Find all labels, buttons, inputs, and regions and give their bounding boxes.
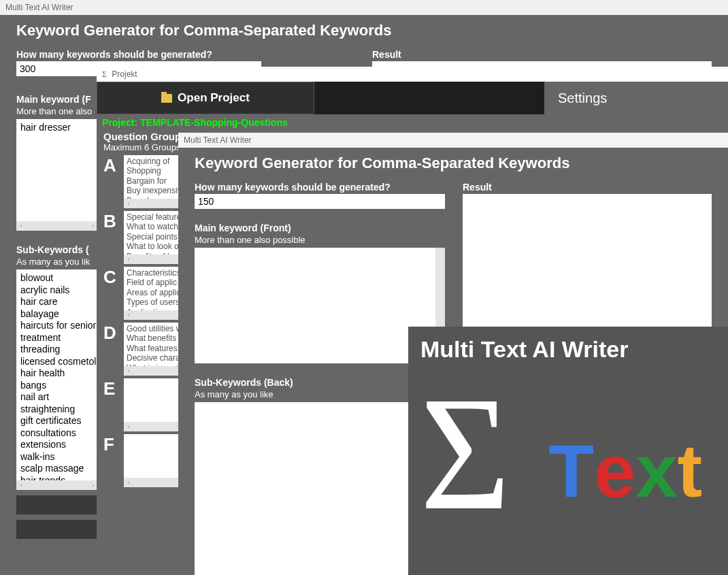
list-item: balayage <box>20 308 94 321</box>
list-item: hair dresser <box>199 250 434 263</box>
count-label: How many keywords should be generated? <box>195 182 445 193</box>
titlebar: Σ Projekt <box>97 67 728 82</box>
list-item: bangs <box>20 380 94 392</box>
list-item: hairstylist, braiding <box>467 292 708 304</box>
page-heading: Keyword Generator for Comma-Separated Ke… <box>16 22 712 39</box>
list-item: braiding <box>199 500 441 512</box>
list-item: nail art <box>199 441 441 453</box>
list-item: hairstylist, men's haircut <box>467 220 708 233</box>
list-item: licensed cosmetol <box>20 356 94 368</box>
list-item: color <box>199 405 441 417</box>
group-letter: C <box>103 267 120 288</box>
list-item: hair dresser, hair products <box>467 304 708 316</box>
sigma-icon: Σ <box>420 372 510 535</box>
list-item: walk-ins <box>199 465 441 477</box>
count-input[interactable] <box>195 194 445 209</box>
result-label: Result <box>463 182 712 193</box>
list-item: hair dresser, straightening <box>467 268 708 280</box>
list-item: balayage <box>199 453 441 465</box>
list-item: hair trends <box>20 475 94 481</box>
list-item: special occasion makeup <box>199 548 441 560</box>
group-letter: F <box>103 434 120 455</box>
list-item: consultations <box>20 427 94 440</box>
list-item: threading <box>20 344 94 356</box>
page-heading: Keyword Generator for Comma-Separated Ke… <box>195 154 712 172</box>
list-item: blowout <box>20 272 94 284</box>
list-item: nail art <box>20 391 94 404</box>
list-item: hairstylist, hair accessories <box>467 257 708 269</box>
list-item: hair salon, trim <box>467 244 708 257</box>
mainkw-label: Main keyword (Front) <box>195 223 445 233</box>
subkw-box[interactable]: blowoutacrylic nailshair carebalayagehai… <box>16 269 98 480</box>
list-item: gift certificates <box>20 415 94 427</box>
list-item: scalp massage <box>20 463 94 475</box>
list-item: acrylic nails <box>20 284 94 297</box>
logo-title: Multi Text AI Writer <box>408 327 728 365</box>
open-project-label: Open Project <box>178 91 250 105</box>
list-item: blowout <box>199 512 441 525</box>
group-letter: D <box>103 323 120 344</box>
result-label: Result <box>372 49 712 60</box>
list-item: extensions <box>20 439 94 451</box>
folder-icon <box>161 94 172 103</box>
titlebar: Multi Text AI Writer <box>0 0 728 15</box>
subkw-box[interactable]: colorbangsgel nailsnail artbalayagewalk-… <box>195 402 445 575</box>
list-item: straightening <box>20 404 94 416</box>
window-title: Multi Text AI Writer <box>5 3 73 12</box>
open-project-button[interactable]: Open Project <box>97 82 314 114</box>
list-item: hair care <box>20 296 94 308</box>
list-item: bangs <box>199 417 441 429</box>
result-box[interactable]: hair dresser, treatmenthair salon, clien… <box>463 194 712 327</box>
settings-tab[interactable]: Settings <box>544 82 728 114</box>
list-item: hair dresser, treatment <box>467 197 708 209</box>
list-item: treatment <box>20 332 94 344</box>
subkw-sub: As many as you like <box>195 389 445 399</box>
list-item: perm <box>199 524 441 536</box>
logo-word: T e x t <box>548 427 702 514</box>
subkw-label: Sub-Keywords (Back) <box>195 377 445 388</box>
mainkw-sub: More than one also possible <box>195 235 445 245</box>
list-item: hair salon, salon etiquette <box>467 280 708 293</box>
scrollbar-x[interactable]: ‹› <box>16 221 98 231</box>
group-letter: E <box>103 378 120 399</box>
list-item: gel nails <box>199 429 441 441</box>
window-title: Multi Text AI Writer <box>184 135 252 145</box>
list-item: hair salon, client satisfaction <box>467 209 708 221</box>
list-item: styling <box>199 536 441 548</box>
window-title: Projekt <box>112 69 137 79</box>
list-item: extensions <box>199 572 441 575</box>
list-item: bridal hair <box>199 489 441 501</box>
project-path: Project: TEMPLATE-Shopping-Questions <box>97 114 728 131</box>
logo-overlay: Multi Text AI Writer Σ T e x t <box>408 327 728 575</box>
toolbar: Open Project Settings <box>97 82 728 114</box>
list-item: walk-ins <box>20 451 94 463</box>
list-item: hair health <box>20 367 94 380</box>
count-label: How many keywords should be generated? <box>16 49 356 60</box>
mainkw-box[interactable]: hair dresserhair salonhairstylist <box>195 248 445 363</box>
scrollbar-x[interactable]: ‹› <box>16 480 98 490</box>
group-letter: A <box>103 155 120 176</box>
mainkw-value: hair dresser <box>20 122 94 134</box>
list-item: hair dresser, styling <box>467 233 708 245</box>
list-item: haircuts for seniors <box>20 320 94 332</box>
mainkw-box[interactable]: hair dresser <box>16 119 98 221</box>
list-item: consultations <box>199 560 441 572</box>
group-letter: B <box>103 211 120 232</box>
settings-label: Settings <box>558 91 607 106</box>
list-item: hairstylist <box>199 274 434 286</box>
list-item: bridal makeup <box>199 476 441 489</box>
list-item: hair salon, perm <box>467 316 708 327</box>
list-item: hair salon <box>199 263 434 275</box>
titlebar: Multi Text AI Writer <box>178 133 728 148</box>
